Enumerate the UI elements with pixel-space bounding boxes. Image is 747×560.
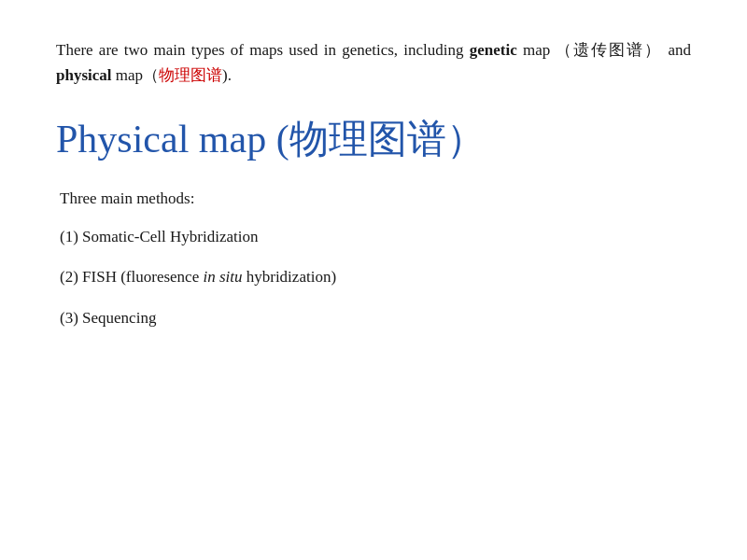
intro-text-mid2: map（ [112, 66, 160, 84]
section-heading: Physical map (物理图谱） [56, 116, 691, 162]
methods-intro-text: Three main methods: [60, 189, 194, 207]
intro-text-start: There are two main types of maps used in… [56, 41, 470, 59]
method-2-suffix: hybridization) [242, 268, 336, 286]
method-item-2: (2) FISH (fluoresence in situ hybridizat… [56, 265, 691, 289]
bold-term-physical: physical [56, 66, 112, 84]
intro-paragraph: There are two main types of maps used in… [56, 37, 691, 88]
method-2-prefix: (2) FISH (fluoresence [60, 268, 203, 286]
intro-text-mid1: map （遗传图谱） and [517, 41, 691, 59]
method-item-1: (1) Somatic-Cell Hybridization [56, 225, 691, 249]
method-3-text: (3) Sequencing [60, 309, 156, 327]
method-2-italic: in situ [203, 268, 242, 286]
intro-text-end: ). [222, 66, 232, 84]
method-1-text: (1) Somatic-Cell Hybridization [60, 228, 258, 245]
bold-term-genetic: genetic [470, 41, 517, 59]
section-heading-text: Physical map (物理图谱） [56, 118, 486, 161]
page-container: There are two main types of maps used in… [0, 0, 747, 560]
methods-intro: Three main methods: [56, 189, 691, 208]
chinese-red-text: 物理图谱 [159, 66, 222, 84]
method-item-3: (3) Sequencing [56, 306, 691, 330]
